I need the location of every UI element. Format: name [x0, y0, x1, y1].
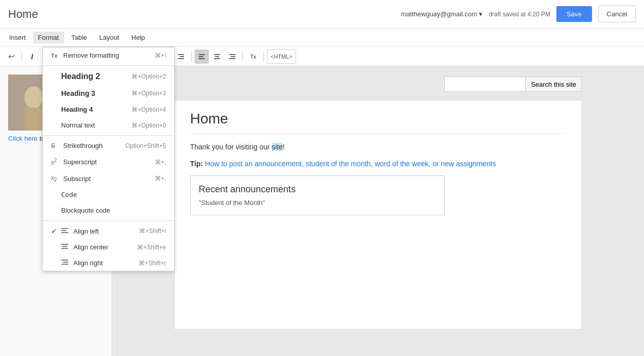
- align-left-check: ✓: [51, 227, 61, 235]
- align-center-button[interactable]: [210, 49, 224, 64]
- dropdown-item-remove-formatting[interactable]: Tx Remove formatting ⌘+\: [43, 47, 174, 63]
- dropdown-item-code[interactable]: Code: [43, 187, 174, 202]
- superscript-shortcut: ⌘+.: [155, 159, 166, 166]
- menu-item-layout[interactable]: Layout: [94, 32, 124, 43]
- align-center-icon: [61, 243, 73, 251]
- user-dropdown-arrow[interactable]: ▾: [479, 10, 482, 18]
- click-here-link[interactable]: Click here: [8, 135, 38, 142]
- heading3-label: Heading 3: [61, 89, 123, 97]
- dropdown-item-blockquote-code[interactable]: Blockquote code: [43, 202, 174, 218]
- svg-point-28: [24, 86, 43, 109]
- blockquote-label: Blockquote code: [61, 207, 158, 214]
- top-bar-right: matthewguay@gmail.com ▾ draft saved at 4…: [401, 6, 636, 22]
- user-email: matthewguay@gmail.com ▾: [401, 10, 482, 18]
- strikethrough-icon: S: [51, 142, 63, 149]
- subscript-label: Subscript: [63, 175, 147, 183]
- search-bar-area: Search this site: [174, 77, 582, 92]
- top-bar: Home matthewguay@gmail.com ▾ draft saved…: [0, 0, 644, 29]
- announcements-title: Recent announcements: [199, 184, 436, 195]
- superscript-label: Superscript: [63, 158, 147, 166]
- html-button[interactable]: <HTML>: [267, 49, 296, 64]
- normal-text-shortcut: ⌘+Option+0: [131, 122, 166, 129]
- announcements-item: "Student of the Month": [199, 199, 436, 207]
- italic-button[interactable]: I: [25, 49, 39, 64]
- menu-item-help[interactable]: Help: [126, 32, 150, 43]
- subscript-icon: x2: [51, 174, 63, 183]
- align-center-label: Align center: [73, 243, 129, 251]
- dropdown-item-superscript[interactable]: x2 Superscript ⌘+.: [43, 154, 174, 170]
- dropdown-item-subscript[interactable]: x2 Subscript ⌘+,: [43, 170, 174, 187]
- dropdown-item-heading3[interactable]: Heading 3 ⌘+Option+3: [43, 85, 174, 101]
- dropdown-item-heading4[interactable]: Heading 4 ⌘+Option+4: [43, 101, 174, 117]
- search-input[interactable]: [444, 77, 526, 92]
- top-bar-left: Home: [8, 8, 38, 21]
- normal-text-label: Normal text: [61, 121, 123, 129]
- dropdown-item-align-left[interactable]: ✓ Align left ⌘+Shift+l: [43, 223, 174, 239]
- heading2-label: Heading 2: [61, 72, 123, 81]
- dropdown-divider-1: [43, 65, 174, 66]
- toolbar-divider-5: [243, 52, 243, 62]
- menu-bar: Insert Format Table Layout Help: [0, 29, 644, 47]
- toolbar-divider-1: [21, 52, 22, 62]
- undo-button[interactable]: ↩: [4, 49, 18, 64]
- align-left-icon: [61, 227, 73, 235]
- content-paragraph-2: Tip: How to post an announcement, studen…: [190, 159, 566, 169]
- remove-format-toolbar-button[interactable]: Tx: [246, 49, 260, 64]
- cancel-button[interactable]: Cancel: [598, 6, 636, 22]
- menu-item-format[interactable]: Format: [33, 32, 64, 43]
- announcements-box: Recent announcements "Student of the Mon…: [190, 175, 445, 215]
- editor-area: Search this site Home Thank you for visi…: [112, 66, 644, 356]
- svg-rect-29: [24, 108, 43, 131]
- align-right-shortcut: ⌘+Shift+r: [139, 260, 166, 267]
- save-button[interactable]: Save: [556, 6, 592, 22]
- page-title: Home: [190, 111, 566, 134]
- dropdown-item-strikethrough[interactable]: S Strikethrough Option+Shift+5: [43, 138, 174, 154]
- page-content[interactable]: Thank you for visiting our site! Tip: Ho…: [190, 142, 566, 215]
- menu-item-insert[interactable]: Insert: [4, 32, 31, 43]
- superscript-icon: x2: [51, 158, 63, 166]
- highlighted-word: site: [272, 143, 283, 151]
- dropdown-item-align-center[interactable]: Align center ⌘+Shift+e: [43, 239, 174, 255]
- subscript-shortcut: ⌘+,: [155, 175, 166, 182]
- tip-label: Tip:: [190, 160, 203, 168]
- dropdown-item-align-right[interactable]: Align right ⌘+Shift+r: [43, 255, 174, 271]
- toolbar-divider-6: [263, 52, 264, 62]
- dropdown-divider-2: [43, 135, 174, 136]
- align-center-shortcut: ⌘+Shift+e: [137, 244, 166, 251]
- page-editor: Home Thank you for visiting our site! Ti…: [174, 100, 582, 329]
- align-right-icon: [61, 259, 73, 267]
- strikethrough-label: Strikethrough: [63, 142, 117, 149]
- align-right-label: Align right: [73, 259, 130, 267]
- code-label: Code: [61, 191, 158, 198]
- heading4-shortcut: ⌘+Option+4: [131, 106, 166, 113]
- strikethrough-shortcut: Option+Shift+5: [125, 142, 166, 149]
- toolbar-divider-4: [191, 52, 192, 62]
- heading3-shortcut: ⌘+Option+3: [131, 90, 166, 97]
- search-button[interactable]: Search this site: [526, 77, 582, 92]
- align-left-shortcut: ⌘+Shift+l: [139, 227, 166, 235]
- dropdown-item-normal-text[interactable]: Normal text ⌘+Option+0: [43, 117, 174, 133]
- align-right-button[interactable]: [225, 49, 239, 64]
- draft-saved-status: draft saved at 4:20 PM: [489, 11, 550, 18]
- remove-format-icon: Tx: [51, 53, 63, 59]
- align-left-button[interactable]: [195, 49, 209, 64]
- dropdown-divider-3: [43, 220, 174, 221]
- indent-more-button[interactable]: [174, 49, 188, 64]
- content-paragraph-1: Thank you for visiting our site!: [190, 142, 566, 152]
- menu-item-table[interactable]: Table: [66, 32, 92, 43]
- align-left-label: Align left: [73, 227, 131, 235]
- remove-formatting-shortcut: ⌘+\: [155, 52, 166, 59]
- heading4-label: Heading 4: [61, 106, 123, 113]
- format-dropdown-menu: Tx Remove formatting ⌘+\ Heading 2 ⌘+Opt…: [42, 47, 175, 271]
- heading2-shortcut: ⌘+Option+2: [131, 73, 166, 80]
- tip-text[interactable]: How to post an announcement, student of …: [203, 160, 496, 168]
- dropdown-item-heading2[interactable]: Heading 2 ⌘+Option+2: [43, 68, 174, 85]
- site-title: Home: [8, 8, 38, 21]
- remove-formatting-label: Remove formatting: [63, 52, 147, 59]
